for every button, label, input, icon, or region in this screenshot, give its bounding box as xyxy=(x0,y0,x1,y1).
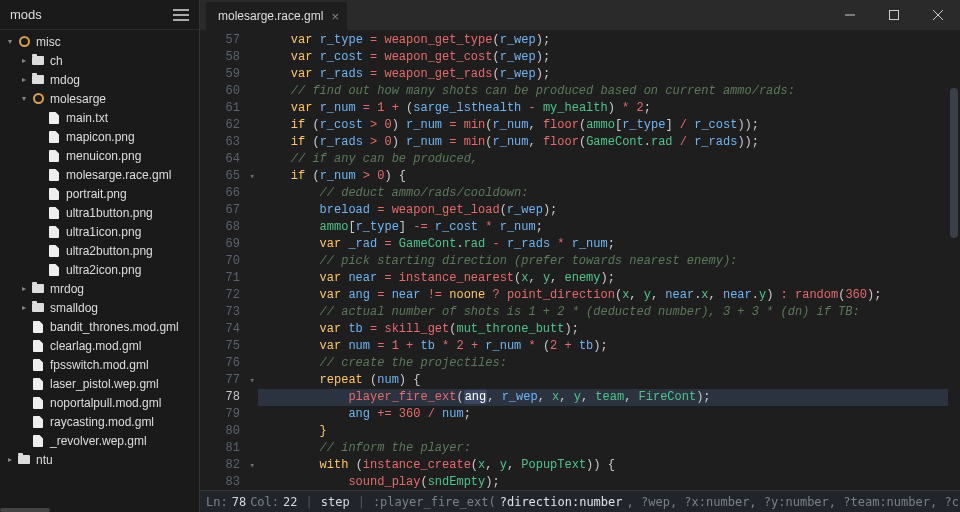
tree-item[interactable]: raycasting.mod.gml xyxy=(0,412,199,431)
gutter-line[interactable]: 79 xyxy=(200,406,258,423)
gutter-line[interactable]: 70 xyxy=(200,253,258,270)
tree-item[interactable]: _revolver.wep.gml xyxy=(0,431,199,450)
tree-item[interactable]: portrait.png xyxy=(0,184,199,203)
tree-item[interactable]: ▾molesarge xyxy=(0,89,199,108)
code-line[interactable]: breload = weapon_get_load(r_wep); xyxy=(258,202,948,219)
code-line[interactable]: var _rad = GameCont.rad - r_rads * r_num… xyxy=(258,236,948,253)
gutter-line[interactable]: 73 xyxy=(200,304,258,321)
gutter-line[interactable]: 78 xyxy=(200,389,258,406)
tab-close-icon[interactable]: × xyxy=(331,9,339,24)
tree-expand-arrow[interactable]: ▸ xyxy=(20,304,28,312)
code-line[interactable]: } xyxy=(258,423,948,440)
tree-item[interactable]: main.txt xyxy=(0,108,199,127)
tree-expand-arrow[interactable] xyxy=(36,266,44,274)
gutter-line[interactable]: 75 xyxy=(200,338,258,355)
gutter-line[interactable]: 67 xyxy=(200,202,258,219)
tree-expand-arrow[interactable] xyxy=(20,342,28,350)
tree-expand-arrow[interactable] xyxy=(36,152,44,160)
code-line[interactable]: var tb = skill_get(mut_throne_butt); xyxy=(258,321,948,338)
code-line[interactable]: // deduct ammo/rads/cooldown: xyxy=(258,185,948,202)
tree-expand-arrow[interactable]: ▸ xyxy=(20,57,28,65)
code-line[interactable]: var near = instance_nearest(x, y, enemy)… xyxy=(258,270,948,287)
gutter-line[interactable]: 82▾ xyxy=(200,457,258,474)
gutter-line[interactable]: 62 xyxy=(200,117,258,134)
gutter-line[interactable]: 71 xyxy=(200,270,258,287)
tree-item[interactable]: ▸smalldog xyxy=(0,298,199,317)
tree-item[interactable]: ▸ch xyxy=(0,51,199,70)
code-line[interactable]: var r_rads = weapon_get_rads(r_wep); xyxy=(258,66,948,83)
editor-v-scrollbar[interactable] xyxy=(948,30,960,490)
tree-expand-arrow[interactable] xyxy=(20,361,28,369)
tree-expand-arrow[interactable] xyxy=(20,418,28,426)
tree-expand-arrow[interactable] xyxy=(36,171,44,179)
tree-item[interactable]: ▸ntu xyxy=(0,450,199,469)
tree-expand-arrow[interactable] xyxy=(36,190,44,198)
code-line[interactable]: var r_num = 1 + (sarge_lsthealth - my_he… xyxy=(258,100,948,117)
tree-expand-arrow[interactable]: ▸ xyxy=(20,285,28,293)
tree-item[interactable]: ▸mrdog xyxy=(0,279,199,298)
gutter-line[interactable]: 80 xyxy=(200,423,258,440)
gutter-line[interactable]: 65▾ xyxy=(200,168,258,185)
gutter-line[interactable]: 69 xyxy=(200,236,258,253)
fold-marker-icon[interactable]: ▾ xyxy=(250,373,255,390)
scrollbar-thumb[interactable] xyxy=(0,508,50,512)
scrollbar-thumb[interactable] xyxy=(950,88,958,238)
tree-expand-arrow[interactable]: ▾ xyxy=(6,38,14,46)
tree-item[interactable]: noportalpull.mod.gml xyxy=(0,393,199,412)
tree-expand-arrow[interactable]: ▸ xyxy=(6,456,14,464)
tree-expand-arrow[interactable] xyxy=(20,380,28,388)
gutter-line[interactable]: 57 xyxy=(200,32,258,49)
sidebar-h-scrollbar[interactable] xyxy=(0,508,199,512)
code-line[interactable]: if (r_rads > 0) r_num = min(r_num, floor… xyxy=(258,134,948,151)
minimize-button[interactable] xyxy=(828,0,872,30)
code-line[interactable]: // actual number of shots is 1 + 2 * (de… xyxy=(258,304,948,321)
tree-expand-arrow[interactable]: ▸ xyxy=(20,76,28,84)
code-line[interactable]: with (instance_create(x, y, PopupText)) … xyxy=(258,457,948,474)
code-line[interactable]: var ang = near != noone ? point_directio… xyxy=(258,287,948,304)
tree-item[interactable]: ultra2button.png xyxy=(0,241,199,260)
tree-expand-arrow[interactable] xyxy=(36,247,44,255)
gutter-line[interactable]: 64 xyxy=(200,151,258,168)
tree-expand-arrow[interactable] xyxy=(36,133,44,141)
gutter-line[interactable]: 63 xyxy=(200,134,258,151)
tree-item[interactable]: fpsswitch.mod.gml xyxy=(0,355,199,374)
tree-item[interactable]: ▾misc xyxy=(0,32,199,51)
tree-item[interactable]: ultra1button.png xyxy=(0,203,199,222)
gutter-line[interactable]: 66 xyxy=(200,185,258,202)
code-line[interactable]: var num = 1 + tb * 2 + r_num * (2 + tb); xyxy=(258,338,948,355)
gutter-line[interactable]: 61 xyxy=(200,100,258,117)
code-line[interactable]: repeat (num) { xyxy=(258,372,948,389)
gutter-line[interactable]: 60 xyxy=(200,83,258,100)
tree-item[interactable]: laser_pistol.wep.gml xyxy=(0,374,199,393)
tree-item[interactable]: mapicon.png xyxy=(0,127,199,146)
tree-expand-arrow[interactable]: ▾ xyxy=(20,95,28,103)
tree-item[interactable]: ultra1icon.png xyxy=(0,222,199,241)
code-line[interactable]: // pick starting direction (prefer towar… xyxy=(258,253,948,270)
code-line[interactable]: ammo[r_type] -= r_cost * r_num; xyxy=(258,219,948,236)
close-button[interactable] xyxy=(916,0,960,30)
code-line[interactable]: var r_type = weapon_get_type(r_wep); xyxy=(258,32,948,49)
tree-expand-arrow[interactable] xyxy=(36,228,44,236)
fold-marker-icon[interactable]: ▾ xyxy=(250,458,255,475)
code-area[interactable]: var r_type = weapon_get_type(r_wep); var… xyxy=(258,30,948,490)
gutter-line[interactable]: 77▾ xyxy=(200,372,258,389)
tree-item[interactable]: clearlag.mod.gml xyxy=(0,336,199,355)
code-line[interactable]: sound_play(sndEmpty); xyxy=(258,474,948,490)
tab-active[interactable]: molesarge.race.gml × xyxy=(206,2,347,30)
tree-expand-arrow[interactable] xyxy=(20,323,28,331)
tree-expand-arrow[interactable] xyxy=(20,399,28,407)
code-line[interactable]: if (r_num > 0) { xyxy=(258,168,948,185)
maximize-button[interactable] xyxy=(872,0,916,30)
line-gutter[interactable]: 575859606162636465▾666768697071727374757… xyxy=(200,30,258,490)
tree-expand-arrow[interactable] xyxy=(36,114,44,122)
tree-item[interactable]: bandit_thrones.mod.gml xyxy=(0,317,199,336)
code-line[interactable]: // if any can be produced, xyxy=(258,151,948,168)
gutter-line[interactable]: 76 xyxy=(200,355,258,372)
code-line[interactable]: // inform the player: xyxy=(258,440,948,457)
gutter-line[interactable]: 68 xyxy=(200,219,258,236)
tree-expand-arrow[interactable] xyxy=(20,437,28,445)
sidebar-menu-icon[interactable] xyxy=(173,9,189,21)
fold-marker-icon[interactable]: ▾ xyxy=(250,169,255,186)
gutter-line[interactable]: 59 xyxy=(200,66,258,83)
tree-expand-arrow[interactable] xyxy=(36,209,44,217)
